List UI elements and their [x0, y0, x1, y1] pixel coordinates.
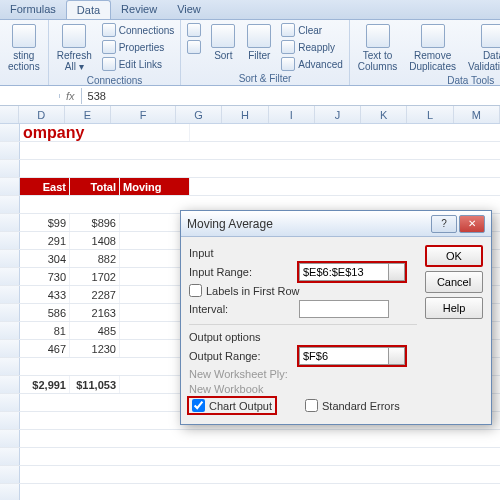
- cell[interactable]: 2163: [70, 304, 120, 321]
- tab-data[interactable]: Data: [66, 0, 111, 19]
- col-g[interactable]: G: [176, 106, 222, 123]
- tab-view[interactable]: View: [167, 0, 211, 19]
- col-m[interactable]: M: [454, 106, 500, 123]
- cancel-button[interactable]: Cancel: [425, 271, 483, 293]
- group-external-label: [4, 83, 44, 84]
- fx-icon[interactable]: fx: [60, 88, 82, 104]
- tab-formulas[interactable]: Formulas: [0, 0, 66, 19]
- row-head[interactable]: [0, 232, 20, 249]
- col-h[interactable]: H: [222, 106, 268, 123]
- row-head[interactable]: [0, 160, 20, 177]
- col-l[interactable]: L: [407, 106, 453, 123]
- cell[interactable]: 433: [20, 286, 70, 303]
- cell[interactable]: 730: [20, 268, 70, 285]
- group-sort-filter: Sort Filter Clear Reapply Advanced Sort …: [181, 20, 349, 85]
- sort-za-button[interactable]: [185, 39, 203, 55]
- cell[interactable]: 485: [70, 322, 120, 339]
- clear-button[interactable]: Clear: [279, 22, 344, 38]
- row-head[interactable]: [0, 268, 20, 285]
- row-head[interactable]: [0, 304, 20, 321]
- input-range-picker[interactable]: [389, 263, 405, 281]
- output-range-field[interactable]: [299, 347, 389, 365]
- row-head[interactable]: [0, 214, 20, 231]
- data-validation-button[interactable]: Data Validation ▾: [464, 22, 500, 74]
- existing-connections-icon: [12, 24, 36, 48]
- text-to-columns-button[interactable]: Text to Columns: [354, 22, 401, 74]
- cell[interactable]: 467: [20, 340, 70, 357]
- col-d[interactable]: D: [19, 106, 65, 123]
- reapply-button[interactable]: Reapply: [279, 39, 344, 55]
- remove-duplicates-icon: [421, 24, 445, 48]
- row-head[interactable]: [0, 466, 20, 483]
- total-east[interactable]: $2,991: [20, 376, 70, 393]
- formula-input[interactable]: 538: [82, 88, 112, 104]
- total-all[interactable]: $11,053: [70, 376, 120, 393]
- ok-button[interactable]: OK: [425, 245, 483, 267]
- reapply-icon: [281, 40, 295, 54]
- select-all-corner[interactable]: [0, 106, 19, 123]
- name-box[interactable]: [0, 94, 60, 98]
- row-head[interactable]: [0, 196, 20, 213]
- col-j[interactable]: J: [315, 106, 361, 123]
- cell[interactable]: 291: [20, 232, 70, 249]
- formula-bar: fx 538: [0, 86, 500, 106]
- col-e[interactable]: E: [65, 106, 111, 123]
- cell[interactable]: 586: [20, 304, 70, 321]
- cell[interactable]: 304: [20, 250, 70, 267]
- advanced-button[interactable]: Advanced: [279, 56, 344, 72]
- column-headers: D E F G H I J K L M: [0, 106, 500, 124]
- dialog-close-button[interactable]: ✕: [459, 215, 485, 233]
- row-head[interactable]: [0, 484, 20, 500]
- cell[interactable]: 1408: [70, 232, 120, 249]
- remove-duplicates-button[interactable]: Remove Duplicates: [405, 22, 460, 74]
- row-head[interactable]: [0, 430, 20, 447]
- filter-icon: [247, 24, 271, 48]
- col-i[interactable]: I: [269, 106, 315, 123]
- dialog-titlebar[interactable]: Moving Average ? ✕: [181, 211, 491, 237]
- cell[interactable]: $99: [20, 214, 70, 231]
- connections-button[interactable]: Connections: [100, 22, 177, 38]
- refresh-all-button[interactable]: Refresh All ▾: [53, 22, 96, 74]
- interval-field[interactable]: [299, 300, 389, 318]
- row-head[interactable]: [0, 142, 20, 159]
- input-range-field[interactable]: [299, 263, 389, 281]
- group-connections: Refresh All ▾ Connections Properties Edi…: [49, 20, 182, 85]
- ribbon: sting ections Refresh All ▾ Connections …: [0, 20, 500, 86]
- properties-button[interactable]: Properties: [100, 39, 177, 55]
- row-head[interactable]: [0, 412, 20, 429]
- cell[interactable]: 81: [20, 322, 70, 339]
- cell[interactable]: $896: [70, 214, 120, 231]
- cell[interactable]: 1230: [70, 340, 120, 357]
- row-head[interactable]: [0, 322, 20, 339]
- row-head[interactable]: [0, 286, 20, 303]
- cell[interactable]: 882: [70, 250, 120, 267]
- cell[interactable]: 2287: [70, 286, 120, 303]
- labels-first-row-checkbox[interactable]: [189, 284, 202, 297]
- existing-connections-button[interactable]: sting ections: [4, 22, 44, 74]
- sort-button[interactable]: Sort: [207, 22, 239, 63]
- col-k[interactable]: K: [361, 106, 407, 123]
- standard-errors-checkbox[interactable]: [305, 399, 318, 412]
- labels-first-row-label: Labels in First Row: [206, 285, 300, 297]
- row-head[interactable]: [0, 376, 20, 393]
- row-head[interactable]: [0, 358, 20, 375]
- row-head[interactable]: [0, 448, 20, 465]
- output-range-label: Output Range:: [189, 350, 299, 362]
- row-head[interactable]: [0, 178, 20, 195]
- row-head[interactable]: [0, 394, 20, 411]
- output-range-picker[interactable]: [389, 347, 405, 365]
- col-f[interactable]: F: [111, 106, 176, 123]
- sort-az-button[interactable]: [185, 22, 203, 38]
- row-head[interactable]: [0, 340, 20, 357]
- tab-review[interactable]: Review: [111, 0, 167, 19]
- interval-label: Interval:: [189, 303, 299, 315]
- row-head[interactable]: [0, 250, 20, 267]
- dialog-help-button[interactable]: ?: [431, 215, 457, 233]
- filter-button[interactable]: Filter: [243, 22, 275, 63]
- chart-output-checkbox[interactable]: [192, 399, 205, 412]
- group-external: sting ections: [0, 20, 49, 85]
- row-head[interactable]: [0, 124, 20, 141]
- help-button[interactable]: Help: [425, 297, 483, 319]
- edit-links-button[interactable]: Edit Links: [100, 56, 177, 72]
- cell[interactable]: 1702: [70, 268, 120, 285]
